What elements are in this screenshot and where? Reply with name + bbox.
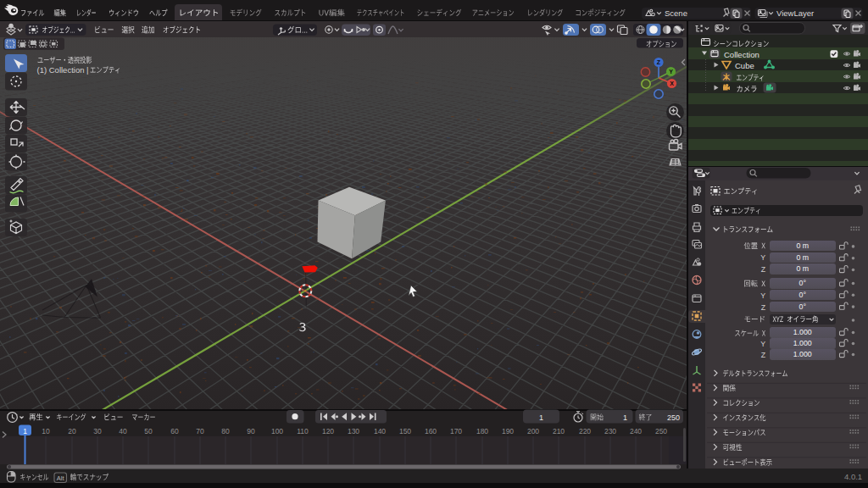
svg-text:(1) Collection |: (1) Collection | xyxy=(37,65,89,75)
